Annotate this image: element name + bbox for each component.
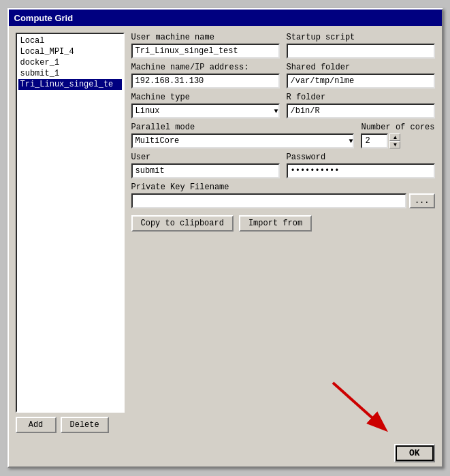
- user-machine-name-group: User machine name: [131, 33, 280, 59]
- password-label: Password: [287, 153, 435, 162]
- machine-type-group: Machine type Linux Windows Mac ▼: [131, 93, 280, 118]
- machine-name-input[interactable]: [131, 74, 280, 89]
- content-area: Local Local_MPI_4 docker_1 submit_1 Tri_…: [9, 26, 442, 440]
- parallel-mode-select-wrapper: MultiCore MPI None ▼: [131, 133, 355, 148]
- browse-button[interactable]: ...: [409, 193, 435, 208]
- password-input[interactable]: [287, 163, 435, 178]
- shared-folder-label: Shared folder: [287, 63, 435, 72]
- row-2: Machine name/IP address: Shared folder: [131, 63, 435, 89]
- cores-down-button[interactable]: ▼: [389, 141, 400, 148]
- num-cores-input[interactable]: [361, 133, 388, 148]
- left-panel: Local Local_MPI_4 docker_1 submit_1 Tri_…: [16, 33, 125, 433]
- startup-script-group: Startup script: [287, 33, 435, 59]
- cores-spinner: ▲ ▼: [389, 133, 400, 148]
- row-1: User machine name Startup script: [131, 33, 435, 59]
- ok-button[interactable]: OK: [394, 444, 435, 462]
- private-key-input[interactable]: [131, 193, 406, 208]
- user-machine-name-input[interactable]: [131, 44, 280, 59]
- list-item[interactable]: submit_1: [18, 68, 122, 79]
- row-3: Machine type Linux Windows Mac ▼ R folde…: [131, 93, 435, 118]
- machine-type-select[interactable]: Linux Windows Mac: [131, 104, 280, 118]
- password-group: Password: [287, 153, 435, 178]
- num-cores-group: Number of cores ▲ ▼: [361, 123, 434, 148]
- parallel-mode-select[interactable]: MultiCore MPI None: [131, 133, 355, 148]
- startup-script-input[interactable]: [287, 44, 435, 59]
- dialog-title: Compute Grid: [14, 13, 74, 23]
- machine-type-label: Machine type: [131, 93, 280, 102]
- private-key-label: Private Key Filename: [131, 183, 435, 192]
- row-5: User Password: [131, 153, 435, 178]
- machine-list[interactable]: Local Local_MPI_4 docker_1 submit_1 Tri_…: [16, 33, 125, 413]
- r-folder-group: R folder: [287, 93, 435, 118]
- num-cores-label: Number of cores: [361, 123, 434, 132]
- user-group: User: [131, 153, 280, 178]
- user-input[interactable]: [131, 163, 280, 178]
- machine-name-label: Machine name/IP address:: [131, 63, 280, 72]
- right-panel: User machine name Startup script Machine…: [131, 33, 435, 433]
- user-machine-name-label: User machine name: [131, 33, 280, 42]
- import-from-button[interactable]: Import from: [239, 215, 312, 232]
- user-label: User: [131, 153, 280, 162]
- cores-up-button[interactable]: ▲: [389, 133, 400, 141]
- machine-type-select-wrapper: Linux Windows Mac ▼: [131, 104, 280, 118]
- shared-folder-group: Shared folder: [287, 63, 435, 89]
- r-folder-label: R folder: [287, 93, 435, 102]
- machine-name-group: Machine name/IP address:: [131, 63, 280, 89]
- list-item[interactable]: docker_1: [18, 57, 122, 68]
- private-key-group: Private Key Filename ...: [131, 183, 435, 208]
- list-item[interactable]: Local: [18, 35, 122, 46]
- list-item-selected[interactable]: Tri_Linux_singel_te: [18, 79, 122, 90]
- cores-row: ▲ ▼: [361, 133, 434, 148]
- action-buttons: Copy to clipboard Import from: [131, 215, 435, 232]
- parallel-mode-group: Parallel mode MultiCore MPI None ▼: [131, 123, 355, 148]
- list-item[interactable]: Local_MPI_4: [18, 46, 122, 57]
- parallel-mode-label: Parallel mode: [131, 123, 355, 132]
- private-key-row: ...: [131, 193, 435, 208]
- list-action-buttons: Add Delete: [16, 417, 125, 433]
- copy-to-clipboard-button[interactable]: Copy to clipboard: [131, 215, 234, 232]
- delete-button[interactable]: Delete: [61, 417, 109, 433]
- title-bar: Compute Grid: [9, 10, 442, 26]
- startup-script-label: Startup script: [287, 33, 435, 42]
- compute-grid-dialog: Compute Grid Local Local_MPI_4 docker_1 …: [7, 8, 443, 468]
- r-folder-input[interactable]: [287, 104, 435, 118]
- row-4: Parallel mode MultiCore MPI None ▼ Numbe…: [131, 123, 435, 148]
- shared-folder-input[interactable]: [287, 74, 435, 89]
- add-button[interactable]: Add: [16, 417, 57, 433]
- bottom-bar: OK: [9, 440, 442, 466]
